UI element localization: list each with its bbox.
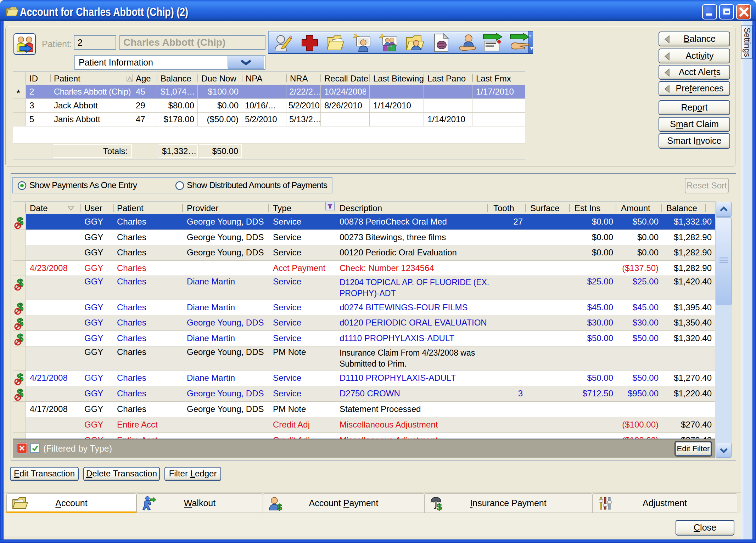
svg-text:$: $ — [437, 502, 442, 511]
svg-text:$: $ — [277, 502, 282, 511]
